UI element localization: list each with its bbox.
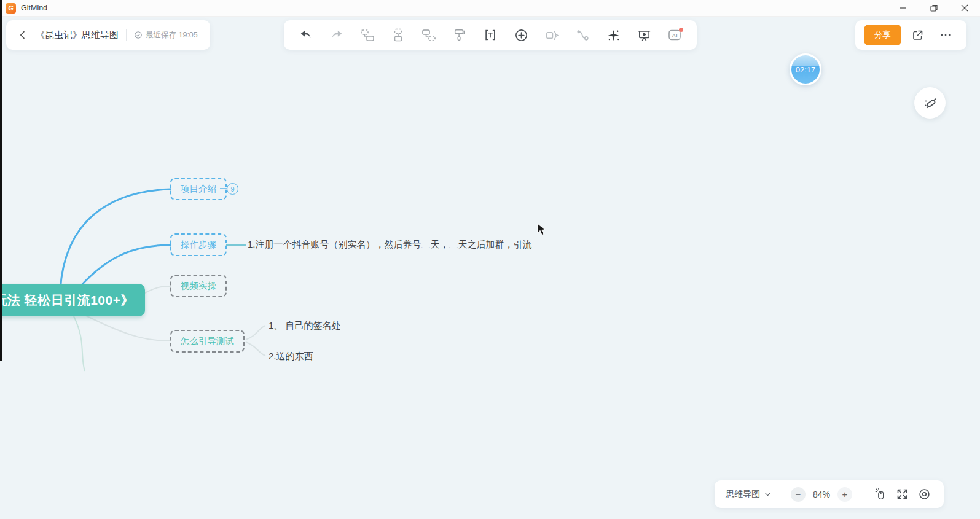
- branch-label: 视频实操: [181, 280, 216, 292]
- summary-icon[interactable]: [537, 23, 566, 47]
- presentation-icon[interactable]: [629, 23, 659, 47]
- share-button[interactable]: 分享: [864, 25, 901, 45]
- mouse-mode-icon[interactable]: [870, 485, 890, 504]
- magic-wand-icon: [923, 96, 938, 111]
- branch-label: 操作步骤: [181, 239, 216, 251]
- branch-label: 怎么引导测试: [181, 335, 234, 347]
- restore-button[interactable]: [919, 0, 949, 17]
- zoom-in-button[interactable]: +: [837, 487, 852, 502]
- leaf-node-steps-1[interactable]: 1.注册一个抖音账号（别实名），然后养号三天，三天之后加群，引流: [248, 239, 532, 251]
- screen-edge-artifact: [0, 0, 2, 361]
- undo-icon[interactable]: [291, 23, 321, 47]
- redo-icon[interactable]: [322, 23, 351, 47]
- window-titlebar: G GitMind: [0, 0, 980, 17]
- relation-icon[interactable]: [568, 23, 597, 47]
- focus-view-icon[interactable]: [914, 485, 934, 504]
- add-node-icon[interactable]: [506, 23, 536, 47]
- document-header: 《昆虫记》思维导图 最近保存 19:05: [6, 20, 210, 50]
- back-button[interactable]: [15, 27, 31, 43]
- root-node[interactable]: 玩法 轻松日引流100+》: [0, 284, 145, 316]
- timer-value: 02:17: [796, 65, 816, 74]
- close-button[interactable]: [949, 0, 980, 17]
- ai-notification-dot: [679, 28, 683, 32]
- branch-node-video-demo[interactable]: 视频实操: [170, 275, 227, 297]
- insert-subtopic-icon[interactable]: [383, 23, 413, 47]
- export-icon[interactable]: [905, 23, 930, 47]
- view-controls: 思维导图 − 84% +: [715, 480, 944, 508]
- save-status: 最近保存 19:05: [134, 30, 198, 41]
- svg-text:AI: AI: [672, 33, 678, 39]
- leaf-node-guide-1[interactable]: 1、 自己的签名处: [269, 320, 341, 332]
- beautify-fab[interactable]: [914, 87, 946, 119]
- saved-check-icon: [134, 31, 143, 39]
- gitmind-logo-icon: G: [6, 3, 16, 14]
- more-menu-icon[interactable]: [933, 23, 958, 47]
- mindmap-canvas[interactable]: 玩法 轻松日引流100+》 项目介绍 9 操作步骤 视频实操 怎么引导测试 1.…: [0, 17, 980, 519]
- document-title[interactable]: 《昆虫记》思维导图: [36, 29, 119, 41]
- app-title: GitMind: [21, 4, 47, 12]
- timer-widget[interactable]: 02:17: [790, 53, 821, 85]
- branch-node-steps[interactable]: 操作步骤: [170, 233, 227, 256]
- zoom-out-button[interactable]: −: [791, 487, 806, 502]
- insert-topic-before-icon[interactable]: [353, 23, 382, 47]
- branch-node-project-intro[interactable]: 项目介绍: [170, 178, 227, 200]
- layout-mode-select[interactable]: 思维导图: [724, 486, 773, 502]
- insert-topic-after-icon[interactable]: [414, 23, 444, 47]
- ai-assistant-icon[interactable]: AI: [660, 23, 689, 47]
- main-toolbar: AI: [284, 20, 697, 50]
- branch-label: 项目介绍: [181, 183, 216, 195]
- format-painter-icon[interactable]: [445, 23, 474, 47]
- insert-text-icon[interactable]: [476, 23, 505, 47]
- mindmap-edges: [0, 17, 980, 519]
- actions-panel: 分享: [855, 20, 966, 50]
- root-node-label: 玩法 轻松日引流100+》: [0, 292, 134, 309]
- chevron-down-icon: [764, 490, 772, 498]
- fit-screen-icon[interactable]: [892, 485, 912, 504]
- leaf-node-guide-2[interactable]: 2.送的东西: [269, 351, 313, 362]
- zoom-level: 84%: [808, 490, 835, 499]
- divider: [861, 490, 861, 499]
- collapsed-count-badge[interactable]: 9: [227, 183, 238, 195]
- branch-node-guide-test[interactable]: 怎么引导测试: [170, 330, 245, 353]
- minimize-button[interactable]: [888, 0, 919, 17]
- beautify-icon[interactable]: [598, 23, 628, 47]
- divider: [782, 490, 782, 499]
- divider: [126, 29, 127, 41]
